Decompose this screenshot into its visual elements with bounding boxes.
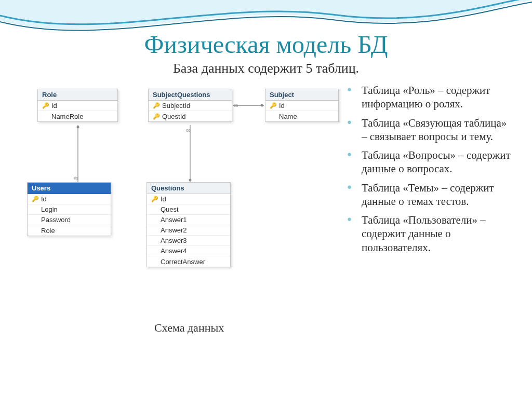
field-row: 🔑Id — [147, 194, 230, 204]
svg-text:∞: ∞ — [186, 127, 191, 134]
field-row: 🔑QuestId — [149, 111, 232, 121]
field-row: Answer2 — [147, 225, 230, 236]
field-label: CorrectAnswer — [161, 258, 205, 266]
page-title: Физическая модель БД — [0, 30, 532, 59]
table-role: Role 🔑Id NameRole — [37, 89, 118, 122]
field-label: Login — [41, 205, 58, 213]
svg-point-6 — [189, 179, 192, 182]
table-subject: Subject 🔑Id Name — [265, 89, 339, 122]
key-icon: 🔑 — [153, 102, 160, 109]
table-questions: Questions 🔑Id Quest Answer1 Answer2 Answ… — [147, 182, 231, 267]
field-label: Role — [41, 227, 55, 235]
field-row: Answer1 — [147, 215, 230, 225]
field-row: 🔑Id — [265, 101, 338, 111]
field-label: Id — [279, 102, 285, 109]
key-icon: 🔑 — [32, 196, 39, 202]
field-row: Role — [28, 225, 111, 236]
table-header: Role — [38, 89, 117, 101]
key-icon: 🔑 — [151, 196, 158, 202]
field-row: Answer3 — [147, 236, 230, 246]
key-icon: 🔑 — [153, 113, 160, 120]
field-label: Id — [41, 195, 47, 203]
table-subjectquestions: SubjectQuestions 🔑SubjectId 🔑QuestId — [148, 89, 232, 122]
key-icon: 🔑 — [42, 102, 49, 109]
field-label: Answer4 — [161, 247, 187, 255]
field-row: 🔑Id — [28, 194, 111, 204]
field-label: Id — [161, 195, 166, 203]
field-row: Name — [265, 111, 338, 121]
description-list: Таблица «Роль» – содержит информацию о р… — [344, 84, 511, 338]
field-label: Answer3 — [161, 237, 187, 244]
list-item: Таблица «Вопросы» – содержит данные о во… — [358, 148, 511, 176]
list-item: Таблица «Темы» – содержит данные о темах… — [358, 181, 511, 209]
field-label: Quest — [161, 205, 179, 213]
key-icon: 🔑 — [270, 102, 277, 109]
field-label: Password — [41, 216, 71, 224]
page-subtitle: База данных содержит 5 таблиц. — [0, 61, 532, 76]
table-users: Users 🔑Id Login Password Role — [27, 182, 111, 236]
svg-text:∞: ∞ — [74, 174, 78, 182]
field-row: Quest — [147, 204, 230, 215]
field-row: CorrectAnswer — [147, 256, 230, 267]
svg-point-7 — [77, 126, 79, 129]
list-item: Таблица «Роль» – содержит информацию о р… — [358, 84, 511, 111]
field-row: 🔑Id — [38, 101, 117, 111]
diagram-caption: Схема данных — [154, 321, 224, 335]
field-label: Name — [279, 113, 297, 120]
table-header: Users — [28, 183, 111, 194]
field-label: SubjectId — [162, 102, 190, 109]
table-header: SubjectQuestions — [149, 89, 232, 101]
svg-point-4 — [261, 104, 263, 107]
field-label: Id — [51, 102, 57, 109]
db-diagram: ∞ ∞ ∞ Role 🔑Id NameRole SubjectQuestions… — [27, 84, 344, 338]
list-item: Таблица «Пользователи» – содержит данные… — [358, 213, 511, 254]
field-label: Answer2 — [161, 226, 187, 234]
list-item: Таблица «Связующая таблица» – связывает … — [358, 116, 511, 144]
svg-text:∞: ∞ — [234, 102, 238, 109]
table-header: Questions — [147, 183, 230, 194]
field-row: 🔑SubjectId — [149, 101, 232, 111]
field-label: Answer1 — [161, 216, 187, 224]
table-header: Subject — [265, 89, 338, 101]
field-row: NameRole — [38, 111, 117, 121]
field-label: QuestId — [162, 113, 186, 120]
field-row: Login — [28, 204, 111, 215]
field-label: NameRole — [51, 113, 83, 120]
field-row: Password — [28, 215, 111, 225]
field-row: Answer4 — [147, 246, 230, 256]
